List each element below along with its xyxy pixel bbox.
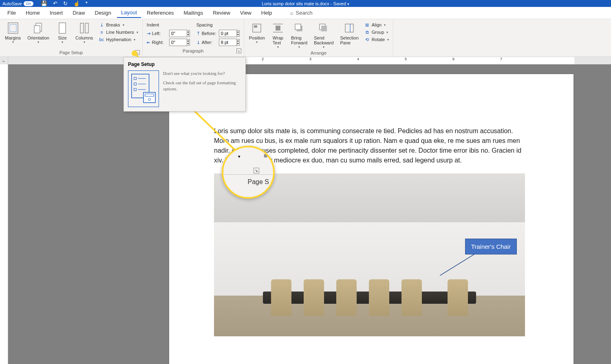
autosave-toggle[interactable]: AutoSave On [2, 1, 33, 6]
ruler-tick: 6 [452, 57, 454, 64]
chevron-down-icon[interactable]: ▾ [347, 2, 349, 6]
ruler-tick: 4 [357, 57, 359, 64]
tooltip-text: Don't see what you're looking for? Check… [163, 70, 241, 107]
ribbon-tabs: File Home Insert Draw Design Layout Refe… [0, 7, 611, 19]
svg-rect-8 [254, 25, 257, 28]
position-button[interactable]: Position▾ [247, 21, 267, 50]
chevron-down-icon: ▾ [62, 40, 63, 44]
spacing-title: Spacing [196, 22, 240, 27]
indent-right-label: Right: [152, 40, 168, 45]
spinner-arrows[interactable]: ▲▼ [187, 39, 190, 46]
ruler-tick: 7 [500, 57, 502, 64]
group-paragraph: Indent ⇥ Left: ▲▼ ⇤ Right: ▲▼ Spacing ⤒ … [143, 19, 244, 57]
svg-rect-13 [295, 24, 301, 30]
indent-left-icon: ⇥ [147, 31, 150, 36]
ruler-tick: 5 [405, 57, 407, 64]
undo-icon[interactable]: ↶ [53, 0, 57, 7]
search-icon: ⌕ [290, 10, 293, 16]
spinner-arrows[interactable]: ▲▼ [236, 30, 240, 37]
size-button[interactable]: Size ▾ [53, 21, 71, 49]
horizontal-ruler[interactable]: ∟ 1234567 [0, 57, 611, 64]
columns-icon [78, 22, 91, 35]
customize-qat-icon[interactable]: ▾ [86, 0, 88, 7]
search-box[interactable]: ⌕ Search [290, 10, 313, 16]
tab-help[interactable]: Help [257, 8, 276, 18]
tab-layout[interactable]: Layout [117, 8, 141, 18]
svg-rect-20 [134, 77, 137, 80]
tooltip-title: Page Setup [128, 61, 241, 67]
tab-insert[interactable]: Insert [46, 8, 67, 18]
redo-icon[interactable]: ↻ [63, 0, 68, 7]
image-callout[interactable]: Trainer's Chair [465, 239, 517, 254]
hyphenation-button[interactable]: bcHyphenation▾ [98, 36, 139, 43]
breaks-icon: ⤓ [99, 22, 104, 28]
spacing-before-icon: ⤒ [196, 31, 200, 36]
rotate-icon: ⟲ [364, 37, 370, 42]
chevron-down-icon: ▾ [256, 40, 258, 44]
magnified-label: Page S [248, 178, 269, 186]
line-numbers-icon: ≡ [99, 29, 104, 35]
ruler-tick: 2 [262, 57, 264, 64]
document-image[interactable]: Trainer's Chair [214, 173, 525, 336]
tab-review[interactable]: Review [209, 8, 234, 18]
chevron-down-icon: ▾ [387, 38, 389, 42]
group-button[interactable]: ⧉Group▾ [364, 29, 390, 35]
autosave-label: AutoSave [2, 1, 22, 6]
tooltip-illustration-icon [128, 70, 159, 107]
spinner-arrows[interactable]: ▲▼ [187, 30, 190, 37]
svg-rect-15 [321, 26, 327, 31]
callout-connector [440, 253, 476, 276]
chevron-down-icon: ▾ [238, 154, 240, 159]
rotate-button[interactable]: ⟲Rotate▾ [364, 36, 390, 43]
tab-home[interactable]: Home [22, 8, 44, 18]
spacing-before-input[interactable] [219, 30, 237, 37]
align-button[interactable]: ⊞Align▾ [364, 22, 390, 28]
wrap-text-button[interactable]: Wrap Text▾ [269, 21, 287, 50]
tab-draw[interactable]: Draw [68, 8, 89, 18]
chevron-down-icon: ▾ [123, 23, 124, 27]
tab-mailings[interactable]: Mailings [180, 8, 207, 18]
columns-button[interactable]: Columns ▾ [73, 21, 95, 49]
align-icon: ⊞ [364, 22, 370, 28]
send-backward-button[interactable]: Send Backward▾ [311, 21, 336, 50]
save-icon[interactable]: 💾 [41, 0, 47, 7]
breaks-button[interactable]: ⤓Breaks▾ [98, 22, 139, 28]
spacing-after-input[interactable] [219, 39, 237, 46]
tab-references[interactable]: References [143, 8, 178, 18]
position-icon [250, 22, 263, 35]
svg-rect-22 [134, 83, 137, 85]
spinner-arrows[interactable]: ▲▼ [236, 39, 240, 46]
indent-right-input[interactable] [169, 39, 187, 46]
chevron-down-icon: ▾ [137, 31, 138, 34]
magnified-launcher-icon: ↘ [254, 168, 259, 173]
tab-file[interactable]: File [3, 8, 20, 18]
chevron-down-icon: ▾ [134, 38, 135, 42]
bring-forward-button[interactable]: Bring Forward▾ [289, 21, 310, 50]
group-label-arrange: Arrange [247, 50, 390, 56]
orientation-button[interactable]: Orientation ▾ [25, 21, 52, 49]
margins-icon [7, 22, 20, 35]
indent-left-input[interactable] [169, 30, 187, 37]
svg-rect-24 [134, 88, 137, 91]
spacing-after-label: After: [202, 40, 217, 45]
spacing-after-icon: ⤓ [196, 40, 200, 45]
magnifier-annotation: ▾ ≡ ↘ Page S [222, 146, 275, 199]
vertical-ruler[interactable] [0, 64, 8, 364]
svg-rect-9 [276, 26, 280, 31]
hyphenation-icon: bc [99, 37, 104, 42]
tab-view[interactable]: View [236, 8, 256, 18]
send-backward-icon [317, 22, 330, 35]
tab-design[interactable]: Design [91, 8, 115, 18]
ribbon: Margins ▾ Orientation ▾ Size ▾ Columns ▾… [0, 19, 611, 57]
selection-pane-button[interactable]: Selection Pane [338, 21, 361, 50]
indent-left-label: Left: [152, 31, 168, 36]
ruler-tick: 3 [309, 57, 311, 64]
ruler-corner[interactable]: ∟ [0, 57, 8, 64]
margins-button[interactable]: Margins ▾ [2, 21, 23, 49]
chevron-down-icon: ▾ [12, 40, 14, 44]
svg-rect-4 [59, 23, 66, 33]
touch-icon[interactable]: ☝ [73, 0, 80, 7]
line-numbers-button[interactable]: ≡Line Numbers▾ [98, 29, 139, 35]
chevron-down-icon: ▾ [37, 40, 39, 44]
chevron-down-icon: ▾ [84, 40, 85, 44]
